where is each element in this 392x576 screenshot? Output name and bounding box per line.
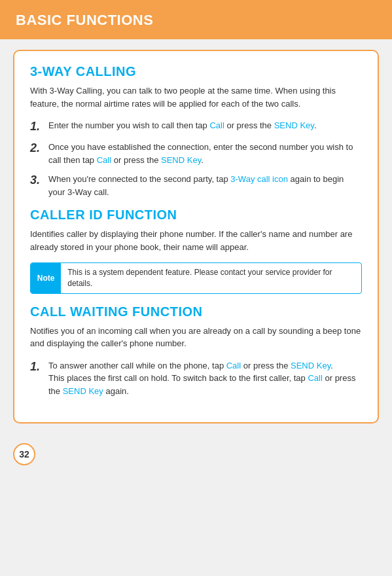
step1-link2: SEND Key xyxy=(274,120,314,130)
step-cw-1: 1. To answer another call while on the p… xyxy=(30,359,362,398)
step1-text: Enter the number you wish to call then t… xyxy=(48,119,317,132)
step3-link1: 3-Way call icon xyxy=(230,174,288,184)
step1-link1: Call xyxy=(209,120,224,130)
step-1: 1. Enter the number you wish to call the… xyxy=(30,119,362,134)
section1-steps: 1. Enter the number you wish to call the… xyxy=(30,119,362,198)
note-text: This is a system dependent feature. Plea… xyxy=(61,263,361,293)
section3-title: CALL WAITING FUNCTION xyxy=(30,304,362,319)
note-label: Note xyxy=(31,263,61,293)
content-card: 3-WAY CALLING With 3-Way Calling, you ca… xyxy=(13,50,379,423)
page-number: 32 xyxy=(13,443,35,465)
step3-text: When you're connected to the second part… xyxy=(48,173,362,198)
step-cw1-link2: SEND Key xyxy=(291,361,330,370)
section3-intro: Notifies you of an incoming call when yo… xyxy=(30,325,362,350)
step3-number: 3. xyxy=(30,173,45,188)
step-cw1-link3: Call xyxy=(308,373,322,383)
page-header: BASIC FUNCTIONS xyxy=(0,0,392,39)
step1-number: 1. xyxy=(30,119,45,134)
section1-intro: With 3-Way Calling, you can talk to two … xyxy=(30,84,362,110)
step-2: 2. Once you have established the connect… xyxy=(30,141,362,166)
note-box: Note This is a system dependent feature.… xyxy=(30,262,362,294)
section1-title: 3-WAY CALLING xyxy=(30,64,362,79)
step-cw1-number: 1. xyxy=(30,359,45,374)
step2-text: Once you have established the connection… xyxy=(48,141,362,166)
step-cw1-link1: Call xyxy=(226,361,241,370)
page-footer: 32 xyxy=(0,437,392,472)
step-cw1-link4: SEND Key xyxy=(63,386,103,396)
step2-number: 2. xyxy=(30,141,45,156)
section2-intro: Identifies caller by displaying their ph… xyxy=(30,228,362,253)
page-body: 3-WAY CALLING With 3-Way Calling, you ca… xyxy=(0,39,392,437)
step2-link2: SEND Key xyxy=(161,155,201,165)
step-3: 3. When you're connected to the second p… xyxy=(30,173,362,198)
section3-steps: 1. To answer another call while on the p… xyxy=(30,359,362,398)
step-cw1-text: To answer another call while on the phon… xyxy=(48,359,362,398)
step2-link1: Call xyxy=(97,155,111,165)
section2-title: CALLER ID FUNCTION xyxy=(30,207,362,223)
page-title: BASIC FUNCTIONS xyxy=(16,12,153,28)
